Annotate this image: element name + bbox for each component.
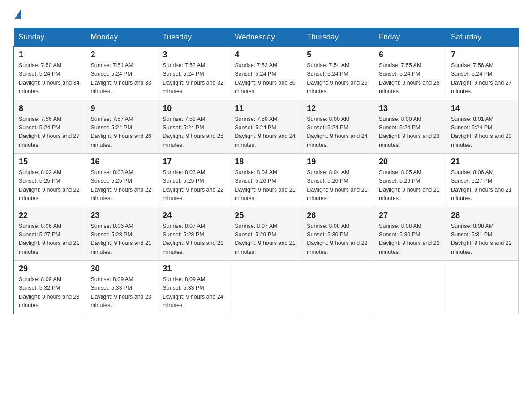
calendar-cell: 21 Sunrise: 8:06 AMSunset: 5:27 PMDaylig… (446, 154, 519, 207)
calendar-cell: 23 Sunrise: 8:06 AMSunset: 5:28 PMDaylig… (86, 207, 158, 261)
day-number: 21 (451, 157, 514, 167)
week-row-5: 29 Sunrise: 8:09 AMSunset: 5:32 PMDaylig… (14, 261, 519, 314)
header-saturday: Saturday (446, 28, 519, 47)
header-friday: Friday (374, 28, 446, 47)
calendar-cell: 9 Sunrise: 7:57 AMSunset: 5:24 PMDayligh… (86, 100, 158, 154)
day-info: Sunrise: 7:56 AMSunset: 5:24 PMDaylight:… (19, 115, 81, 150)
day-info: Sunrise: 7:56 AMSunset: 5:24 PMDaylight:… (451, 61, 514, 96)
calendar-cell: 19 Sunrise: 8:04 AMSunset: 5:26 PMDaylig… (302, 154, 374, 207)
day-info: Sunrise: 7:55 AMSunset: 5:24 PMDaylight:… (379, 61, 442, 96)
calendar-cell: 25 Sunrise: 8:07 AMSunset: 5:29 PMDaylig… (230, 207, 302, 261)
day-info: Sunrise: 8:09 AMSunset: 5:33 PMDaylight:… (90, 275, 153, 310)
day-info: Sunrise: 7:51 AMSunset: 5:24 PMDaylight:… (90, 61, 153, 96)
calendar-cell: 20 Sunrise: 8:05 AMSunset: 5:26 PMDaylig… (374, 154, 446, 207)
day-info: Sunrise: 8:06 AMSunset: 5:27 PMDaylight:… (451, 168, 514, 203)
day-info: Sunrise: 8:06 AMSunset: 5:27 PMDaylight:… (19, 222, 81, 257)
day-info: Sunrise: 8:08 AMSunset: 5:30 PMDaylight:… (379, 222, 442, 257)
day-info: Sunrise: 7:57 AMSunset: 5:24 PMDaylight:… (90, 115, 153, 150)
day-info: Sunrise: 7:54 AMSunset: 5:24 PMDaylight:… (307, 61, 369, 96)
day-number: 26 (307, 211, 369, 220)
header-thursday: Thursday (302, 28, 374, 47)
day-number: 8 (19, 104, 81, 113)
calendar-body: 1 Sunrise: 7:50 AMSunset: 5:24 PMDayligh… (14, 47, 519, 314)
day-number: 17 (163, 157, 225, 167)
day-number: 28 (451, 211, 514, 220)
header-sunday: Sunday (14, 28, 86, 47)
week-row-4: 22 Sunrise: 8:06 AMSunset: 5:27 PMDaylig… (14, 207, 519, 261)
day-number: 5 (307, 50, 369, 60)
day-number: 29 (19, 264, 81, 274)
calendar-cell (374, 261, 446, 314)
calendar-cell (230, 261, 302, 314)
day-info: Sunrise: 8:07 AMSunset: 5:29 PMDaylight:… (235, 222, 297, 257)
day-info: Sunrise: 8:08 AMSunset: 5:30 PMDaylight:… (307, 222, 369, 257)
header-wednesday: Wednesday (230, 28, 302, 47)
day-info: Sunrise: 8:09 AMSunset: 5:32 PMDaylight:… (19, 275, 81, 310)
day-info: Sunrise: 8:00 AMSunset: 5:24 PMDaylight:… (379, 115, 442, 150)
day-info: Sunrise: 8:05 AMSunset: 5:26 PMDaylight:… (379, 168, 442, 203)
day-info: Sunrise: 8:04 AMSunset: 5:26 PMDaylight:… (235, 168, 297, 203)
calendar-cell: 18 Sunrise: 8:04 AMSunset: 5:26 PMDaylig… (230, 154, 302, 207)
calendar-cell: 17 Sunrise: 8:03 AMSunset: 5:25 PMDaylig… (158, 154, 230, 207)
calendar-cell: 24 Sunrise: 8:07 AMSunset: 5:28 PMDaylig… (158, 207, 230, 261)
calendar-cell: 6 Sunrise: 7:55 AMSunset: 5:24 PMDayligh… (374, 47, 446, 100)
header-tuesday: Tuesday (158, 28, 230, 47)
day-number: 3 (163, 50, 225, 60)
day-info: Sunrise: 8:04 AMSunset: 5:26 PMDaylight:… (307, 168, 369, 203)
day-info: Sunrise: 7:50 AMSunset: 5:24 PMDaylight:… (19, 61, 81, 96)
day-number: 10 (163, 104, 225, 113)
calendar-cell: 4 Sunrise: 7:53 AMSunset: 5:24 PMDayligh… (230, 47, 302, 100)
calendar-cell (302, 261, 374, 314)
calendar-cell: 7 Sunrise: 7:56 AMSunset: 5:24 PMDayligh… (446, 47, 519, 100)
calendar-cell: 31 Sunrise: 8:09 AMSunset: 5:33 PMDaylig… (158, 261, 230, 314)
week-row-2: 8 Sunrise: 7:56 AMSunset: 5:24 PMDayligh… (14, 100, 519, 154)
day-number: 18 (235, 157, 297, 167)
day-info: Sunrise: 8:07 AMSunset: 5:28 PMDaylight:… (163, 222, 225, 257)
day-number: 23 (90, 211, 153, 220)
day-number: 11 (235, 104, 297, 113)
calendar-cell: 11 Sunrise: 7:59 AMSunset: 5:24 PMDaylig… (230, 100, 302, 154)
calendar-cell: 15 Sunrise: 8:02 AMSunset: 5:25 PMDaylig… (14, 154, 86, 207)
calendar-cell: 28 Sunrise: 8:08 AMSunset: 5:31 PMDaylig… (446, 207, 519, 261)
day-number: 22 (19, 211, 81, 220)
days-of-week-row: SundayMondayTuesdayWednesdayThursdayFrid… (14, 28, 519, 47)
calendar-cell: 14 Sunrise: 8:01 AMSunset: 5:24 PMDaylig… (446, 100, 519, 154)
calendar-table: SundayMondayTuesdayWednesdayThursdayFrid… (13, 28, 519, 314)
day-info: Sunrise: 8:03 AMSunset: 5:25 PMDaylight:… (163, 168, 225, 203)
day-info: Sunrise: 8:08 AMSunset: 5:31 PMDaylight:… (451, 222, 514, 257)
page-header (13, 9, 519, 20)
calendar-cell: 3 Sunrise: 7:52 AMSunset: 5:24 PMDayligh… (158, 47, 230, 100)
day-number: 30 (90, 264, 153, 274)
day-number: 9 (90, 104, 153, 113)
day-info: Sunrise: 8:09 AMSunset: 5:33 PMDaylight:… (163, 275, 225, 310)
day-number: 27 (379, 211, 442, 220)
calendar-cell: 5 Sunrise: 7:54 AMSunset: 5:24 PMDayligh… (302, 47, 374, 100)
day-info: Sunrise: 7:59 AMSunset: 5:24 PMDaylight:… (235, 115, 297, 150)
day-number: 2 (90, 50, 153, 60)
day-number: 12 (307, 104, 369, 113)
day-number: 24 (163, 211, 225, 220)
calendar-cell: 16 Sunrise: 8:03 AMSunset: 5:25 PMDaylig… (86, 154, 158, 207)
day-info: Sunrise: 8:01 AMSunset: 5:24 PMDaylight:… (451, 115, 514, 150)
day-info: Sunrise: 8:00 AMSunset: 5:24 PMDaylight:… (307, 115, 369, 150)
day-info: Sunrise: 8:02 AMSunset: 5:25 PMDaylight:… (19, 168, 81, 203)
logo (13, 9, 21, 20)
logo-triangle-icon (15, 9, 21, 19)
calendar-cell: 22 Sunrise: 8:06 AMSunset: 5:27 PMDaylig… (14, 207, 86, 261)
day-info: Sunrise: 7:58 AMSunset: 5:24 PMDaylight:… (163, 115, 225, 150)
calendar-cell: 13 Sunrise: 8:00 AMSunset: 5:24 PMDaylig… (374, 100, 446, 154)
calendar-cell: 30 Sunrise: 8:09 AMSunset: 5:33 PMDaylig… (86, 261, 158, 314)
calendar-cell: 12 Sunrise: 8:00 AMSunset: 5:24 PMDaylig… (302, 100, 374, 154)
day-number: 1 (19, 50, 81, 60)
day-number: 7 (451, 50, 514, 60)
week-row-1: 1 Sunrise: 7:50 AMSunset: 5:24 PMDayligh… (14, 47, 519, 100)
day-number: 15 (19, 157, 81, 167)
day-info: Sunrise: 8:06 AMSunset: 5:28 PMDaylight:… (90, 222, 153, 257)
calendar-header: SundayMondayTuesdayWednesdayThursdayFrid… (14, 28, 519, 47)
day-number: 16 (90, 157, 153, 167)
calendar-cell (446, 261, 519, 314)
day-number: 20 (379, 157, 442, 167)
day-info: Sunrise: 7:52 AMSunset: 5:24 PMDaylight:… (163, 61, 225, 96)
calendar-cell: 10 Sunrise: 7:58 AMSunset: 5:24 PMDaylig… (158, 100, 230, 154)
calendar-cell: 8 Sunrise: 7:56 AMSunset: 5:24 PMDayligh… (14, 100, 86, 154)
